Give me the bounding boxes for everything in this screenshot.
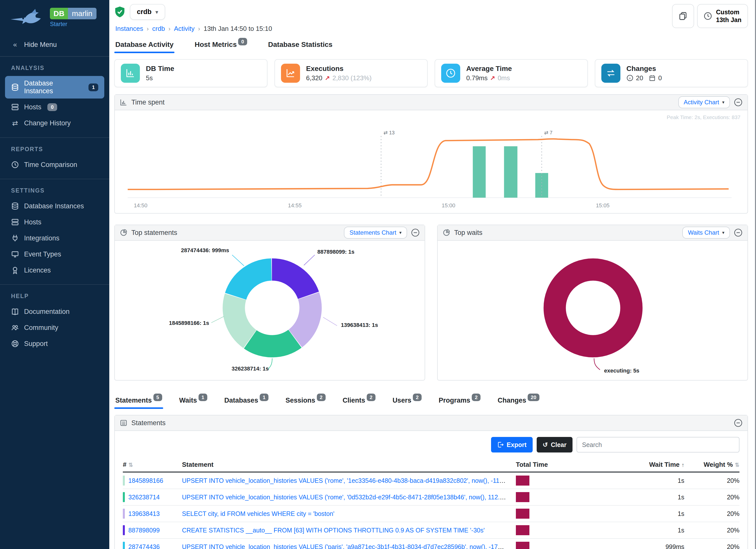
sidebar-item-support[interactable]: Support (5, 336, 104, 351)
tab-waits[interactable]: Waits1 (178, 394, 208, 409)
statements-chart-selector[interactable]: Statements Chart ▾ (344, 227, 407, 239)
tab-statements[interactable]: Statements5 (114, 394, 163, 409)
statement-link[interactable]: SELECT city, id FROM vehicles WHERE city… (182, 510, 334, 517)
slice-label: 1845898166: 1s (169, 320, 209, 326)
trend-up-icon (281, 64, 300, 83)
sidebar-item-hosts-settings[interactable]: Hosts (5, 215, 104, 230)
kpi-calendar-count: 0 (658, 74, 662, 82)
sidebar-item-event-types[interactable]: Event Types (5, 247, 104, 262)
collapse-panel-icon[interactable] (734, 228, 742, 237)
search-input[interactable] (577, 437, 739, 452)
event-icon (11, 250, 19, 258)
kpi-value: 0.79ms (466, 74, 488, 82)
sidebar-item-change-history[interactable]: ⇄ Change History (5, 116, 104, 131)
tab-changes[interactable]: Changes20 (497, 394, 540, 409)
col-header-total-time[interactable]: Total Time (516, 461, 591, 469)
table-row: 887898099 CREATE STATISTICS __auto__ FRO… (123, 522, 739, 539)
clock-icon (11, 161, 19, 169)
change-annotation: ⇄ 13 (384, 130, 395, 135)
collapse-panel-icon[interactable] (411, 228, 420, 237)
statement-color-bar (123, 492, 125, 502)
breadcrumb-activity[interactable]: Activity (174, 25, 195, 32)
database-icon (11, 83, 19, 91)
col-header-id[interactable]: #⇅ (123, 461, 182, 469)
breadcrumb-instances[interactable]: Instances (115, 25, 143, 32)
statement-link[interactable]: UPSERT INTO vehicle_location_histories V… (182, 494, 516, 501)
statement-id-link[interactable]: 1845898166 (128, 477, 163, 484)
donut-slice-executing[interactable] (555, 269, 631, 346)
top-statements-panel: Top statements Statements Chart ▾ (114, 225, 425, 381)
tab-programs[interactable]: Programs2 (438, 394, 482, 409)
database-icon (11, 202, 19, 210)
tab-databases[interactable]: Databases1 (223, 394, 269, 409)
marlin-fish-icon (10, 7, 47, 28)
sidebar-item-time-comparison[interactable]: Time Comparison (5, 157, 104, 172)
statement-link[interactable]: UPSERT INTO vehicle_location_histories V… (182, 543, 516, 549)
weight-value: 20% (684, 494, 739, 501)
sort-icon: ⇅ (128, 462, 133, 468)
tab-sessions[interactable]: Sessions2 (285, 394, 327, 409)
chevron-down-icon: ▾ (156, 9, 158, 15)
statement-id-link[interactable]: 326238714 (128, 494, 160, 501)
kpi-db-time: DB Time 5s (114, 59, 267, 87)
tab-host-metrics[interactable]: Host Metrics0 (194, 38, 248, 53)
kpi-delta: 0ms (498, 74, 510, 82)
sidebar-item-community[interactable]: Community (5, 320, 104, 335)
clear-button[interactable]: ↺ Clear (537, 437, 573, 452)
life-ring-icon (11, 340, 19, 348)
statements-donut-chart[interactable]: 887898099: 1s 139638413: 1s 326238714: 1… (115, 241, 425, 380)
statement-color-bar (123, 542, 125, 549)
licence-icon (11, 266, 19, 274)
sidebar-item-database-instances[interactable]: Database Instances 1 (5, 76, 104, 99)
total-time-bar (516, 476, 529, 486)
waits-donut-chart[interactable]: executing: 5s (438, 241, 747, 380)
waits-chart-selector[interactable]: Waits Chart ▾ (682, 227, 730, 239)
kpi-value: 6,320 (306, 74, 322, 82)
db-time-line (128, 139, 728, 190)
hide-menu-button[interactable]: « Hide Menu (0, 33, 109, 57)
collapse-panel-icon[interactable] (734, 98, 742, 107)
tab-database-activity[interactable]: Database Activity (114, 38, 174, 53)
instance-selector[interactable]: crdb ▾ (130, 4, 165, 20)
tab-clients[interactable]: Clients2 (342, 394, 376, 409)
wait-time-value: 1s (591, 477, 684, 484)
export-button[interactable]: Export (491, 437, 532, 452)
copy-icon (679, 12, 688, 21)
statement-link[interactable]: CREATE STATISTICS __auto__ FROM [63] WIT… (182, 527, 485, 534)
x-tick: 15:05 (596, 202, 609, 209)
panel-title: Top waits (454, 229, 483, 237)
panel-title: Top statements (131, 229, 177, 237)
sidebar-item-licences[interactable]: Licences (5, 263, 104, 278)
col-header-wait-time[interactable]: Wait Time↑ (591, 461, 684, 469)
execution-bar[interactable] (504, 146, 517, 198)
activity-chart-selector[interactable]: Activity Chart ▾ (678, 96, 730, 108)
sidebar: DB marlin Starter « Hide Menu ANALYSIS D… (0, 0, 109, 549)
chart-icon (120, 99, 127, 106)
time-range-button[interactable]: Custom 13th Jan (697, 4, 748, 28)
book-icon (11, 308, 19, 316)
statement-link[interactable]: UPSERT INTO vehicle_location_histories V… (182, 477, 516, 484)
sidebar-item-database-instances-settings[interactable]: Database Instances (5, 199, 104, 214)
tab-database-statistics[interactable]: Database Statistics (267, 38, 334, 53)
col-header-statement[interactable]: Statement (182, 461, 516, 469)
collapse-left-icon: « (11, 41, 19, 49)
statement-id-link[interactable]: 139638413 (128, 510, 160, 517)
sidebar-item-documentation[interactable]: Documentation (5, 304, 104, 319)
tab-users[interactable]: Users2 (392, 394, 423, 409)
activity-chart[interactable]: Peak Time: 2s, Executions: 837 ⇄ 13 ⇄ 7 … (115, 110, 747, 213)
table-row: 139638413 SELECT city, id FROM vehicles … (123, 506, 739, 522)
col-header-weight[interactable]: Weight %⇅ (684, 461, 739, 469)
statement-id-link[interactable]: 287474436 (128, 543, 160, 549)
calendar-icon (649, 74, 656, 81)
sidebar-item-hosts[interactable]: Hosts 0 (5, 100, 104, 115)
sort-asc-icon: ↑ (682, 462, 684, 468)
collapse-panel-icon[interactable] (734, 419, 742, 427)
breadcrumb: Instances›crdb›Activity›13th Jan 14:50 t… (115, 25, 272, 33)
breadcrumb-crdb[interactable]: crdb (152, 25, 165, 32)
total-time-bar (516, 509, 529, 519)
kpi-executions: Executions 6,320 ↗ 2,830 (123%) (274, 59, 428, 87)
execution-bar[interactable] (473, 146, 486, 198)
copy-link-button[interactable] (672, 4, 694, 28)
sidebar-item-integrations[interactable]: Integrations (5, 231, 104, 246)
statement-id-link[interactable]: 887898099 (128, 527, 160, 534)
